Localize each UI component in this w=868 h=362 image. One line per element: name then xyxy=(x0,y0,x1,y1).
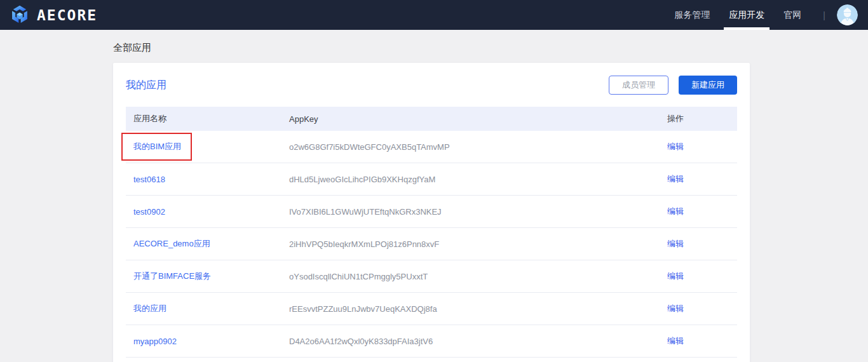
edit-link[interactable]: 编辑 xyxy=(667,142,684,151)
card-header: 我的应用 成员管理 新建应用 xyxy=(113,63,750,107)
app-name-link[interactable]: 我的应用 xyxy=(133,304,166,313)
top-navbar: AECORE 服务管理 应用开发 官网 | xyxy=(0,0,868,30)
brand-name: AECORE xyxy=(37,7,97,23)
user-avatar[interactable] xyxy=(837,4,858,25)
app-name-link[interactable]: test0618 xyxy=(133,175,165,184)
header-appkey: AppKey xyxy=(289,114,667,124)
nav-item-app-development[interactable]: 应用开发 xyxy=(729,0,764,30)
page-title: 全部应用 xyxy=(113,42,151,54)
edit-link[interactable]: 编辑 xyxy=(667,239,684,248)
table-row: myapp0902 D4A2o6AA1f2wQxl0yK833dpFAIa3jt… xyxy=(126,325,737,358)
edit-link[interactable]: 编辑 xyxy=(667,271,684,281)
nav-item-official-site[interactable]: 官网 xyxy=(783,0,801,30)
edit-link[interactable]: 编辑 xyxy=(667,304,684,313)
edit-link[interactable]: 编辑 xyxy=(667,206,684,216)
appkey-value: 2iHhVPQ5bIeqkrMXmLPOj81z6Pnn8xvF xyxy=(289,239,439,249)
appkey-value: dHLd5LjweoGIcLihcPIGb9XKHqzgfYaM xyxy=(289,175,435,184)
construction-worker-icon xyxy=(837,4,858,25)
app-name-link[interactable]: 开通了BIMFACE服务 xyxy=(133,271,211,281)
nav-divider: | xyxy=(823,10,825,20)
appkey-value: o2w6G8Gf7i5kDWteGFC0yAXB5qTAmvMP xyxy=(289,142,450,152)
main-nav: 服务管理 应用开发 官网 | xyxy=(674,0,858,30)
new-app-button[interactable]: 新建应用 xyxy=(679,76,737,95)
app-name-link[interactable]: myapp0902 xyxy=(133,337,177,346)
table-row: 我的应用 rEEsvvtPZZuu9LnJwbv7UeqKAXDQj8fa 编辑 xyxy=(126,293,737,325)
appkey-value: IVo7XIBI6L1GWuWjUTEftqNkGRx3NKEJ xyxy=(289,207,442,217)
my-apps-card: 我的应用 成员管理 新建应用 应用名称 AppKey 操作 我的BIM应用 o2… xyxy=(113,63,750,362)
appkey-value: oYsodIscqllChiUN1tCPmggly5PUxxtT xyxy=(289,272,428,281)
appkey-value: rEEsvvtPZZuu9LnJwbv7UeqKAXDQj8fa xyxy=(289,304,437,314)
table-row: AECORE_demo应用 2iHhVPQ5bIeqkrMXmLPOj81z6P… xyxy=(126,228,737,260)
table-row: 开通了BIMFACE服务 oYsodIscqllChiUN1tCPmggly5P… xyxy=(126,260,737,293)
aecore-logo-icon xyxy=(9,4,31,26)
card-actions: 成员管理 新建应用 xyxy=(609,76,737,95)
table-row: test0618 dHLd5LjweoGIcLihcPIGb9XKHqzgfYa… xyxy=(126,163,737,196)
app-name-link[interactable]: test0902 xyxy=(133,207,165,217)
appkey-value: D4A2o6AA1f2wQxl0yK833dpFAIa3jtV6 xyxy=(289,337,433,346)
nav-item-service-management[interactable]: 服务管理 xyxy=(674,0,710,30)
header-action: 操作 xyxy=(667,113,737,124)
edit-link[interactable]: 编辑 xyxy=(667,174,684,184)
edit-link[interactable]: 编辑 xyxy=(667,336,684,345)
app-name-link[interactable]: AECORE_demo应用 xyxy=(133,239,210,248)
header-app-name: 应用名称 xyxy=(126,113,289,124)
card-title: 我的应用 xyxy=(126,79,166,92)
brand[interactable]: AECORE xyxy=(9,4,97,26)
table-header-row: 应用名称 AppKey 操作 xyxy=(126,107,737,131)
highlight-red-box: 我的BIM应用 xyxy=(121,133,192,161)
member-management-button[interactable]: 成员管理 xyxy=(609,76,668,95)
table-row: test0902 IVo7XIBI6L1GWuWjUTEftqNkGRx3NKE… xyxy=(126,196,737,228)
table-row: 我的BIM应用 o2w6G8Gf7i5kDWteGFC0yAXB5qTAmvMP… xyxy=(126,131,737,163)
apps-table: 应用名称 AppKey 操作 我的BIM应用 o2w6G8Gf7i5kDWteG… xyxy=(126,107,737,358)
app-name-link[interactable]: 我的BIM应用 xyxy=(133,142,181,151)
